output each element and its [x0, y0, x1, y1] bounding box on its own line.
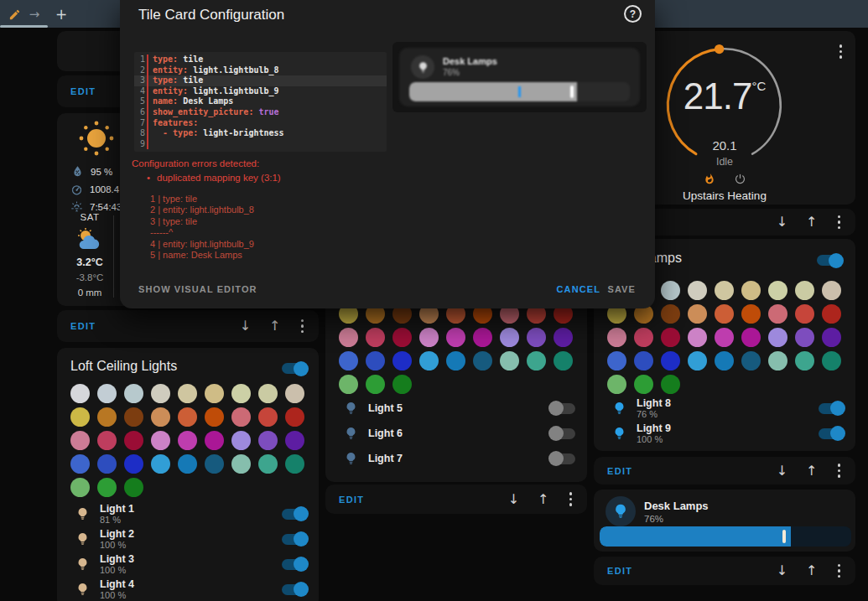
code-line[interactable]: 9	[134, 139, 387, 150]
color-swatch[interactable]	[258, 454, 278, 474]
code-line[interactable]: 3type: tile	[134, 75, 387, 86]
color-swatch[interactable]	[795, 351, 814, 370]
color-swatch[interactable]	[285, 407, 304, 427]
color-swatch[interactable]	[554, 328, 573, 347]
color-swatch[interactable]	[473, 328, 492, 347]
color-swatch[interactable]	[661, 351, 680, 370]
group-toggle[interactable]	[817, 255, 842, 266]
color-swatch[interactable]	[446, 351, 465, 370]
color-swatch[interactable]	[392, 328, 412, 347]
lightbulb-icon[interactable]	[344, 399, 358, 417]
more-options-button[interactable]	[838, 43, 845, 60]
move-down-button[interactable]: ↓	[777, 464, 787, 478]
color-swatch[interactable]	[231, 454, 251, 474]
color-swatch[interactable]	[231, 407, 251, 427]
color-swatch[interactable]	[768, 351, 787, 370]
lightbulb-icon[interactable]	[75, 580, 90, 598]
more-options-button[interactable]	[836, 562, 843, 580]
color-swatch[interactable]	[554, 351, 573, 370]
yaml-editor[interactable]: 1type: tile2entity: light.lightbulb_83ty…	[134, 52, 387, 152]
color-swatch[interactable]	[97, 407, 117, 427]
color-swatch[interactable]	[339, 351, 358, 370]
color-swatch[interactable]	[151, 454, 170, 474]
code-line[interactable]: 1type: tile	[134, 54, 387, 65]
color-swatch[interactable]	[634, 351, 653, 370]
move-down-button[interactable]: ↓	[240, 319, 251, 333]
color-swatch[interactable]	[124, 478, 143, 497]
light-toggle[interactable]	[550, 403, 575, 414]
save-button[interactable]: SAVE	[607, 284, 636, 294]
more-options-button[interactable]	[299, 318, 306, 335]
color-swatch[interactable]	[446, 328, 465, 347]
color-swatch[interactable]	[392, 375, 412, 394]
color-swatch[interactable]	[661, 328, 680, 347]
color-swatch[interactable]	[527, 328, 546, 347]
slider-handle[interactable]	[570, 85, 574, 98]
color-swatch[interactable]	[97, 478, 117, 497]
light-toggle[interactable]	[819, 428, 844, 439]
color-swatch[interactable]	[70, 431, 90, 450]
move-up-button[interactable]: ↑	[806, 464, 817, 478]
edit-button[interactable]: EDIT	[607, 566, 632, 576]
lightbulb-icon[interactable]	[612, 424, 626, 443]
code-line[interactable]: 8 - type: light-brightness	[134, 128, 387, 139]
color-swatch[interactable]	[366, 375, 385, 394]
code-line[interactable]: 5name: Desk Lamps	[134, 96, 387, 107]
move-up-button[interactable]: ↑	[538, 493, 548, 506]
color-swatch[interactable]	[634, 328, 653, 347]
color-swatch[interactable]	[688, 328, 707, 347]
light-toggle[interactable]	[282, 584, 307, 595]
heat-mode-icon[interactable]	[704, 172, 715, 186]
color-swatch[interactable]	[768, 281, 787, 300]
color-swatch[interactable]	[70, 384, 90, 403]
move-up-button[interactable]: ↑	[269, 319, 280, 333]
color-swatch[interactable]	[768, 304, 787, 324]
lightbulb-icon[interactable]	[612, 399, 626, 417]
color-swatch[interactable]	[178, 407, 197, 427]
light-toggle[interactable]	[282, 509, 307, 520]
color-swatch[interactable]	[419, 351, 439, 370]
color-swatch[interactable]	[715, 328, 734, 347]
color-swatch[interactable]	[688, 304, 707, 324]
color-swatch[interactable]	[500, 351, 519, 370]
target-temp-handle[interactable]	[715, 44, 724, 54]
light-icon-button[interactable]	[411, 55, 434, 79]
move-down-button[interactable]: ↓	[777, 215, 787, 229]
color-swatch[interactable]	[741, 281, 761, 300]
color-swatch[interactable]	[661, 375, 680, 394]
more-options-button[interactable]	[836, 214, 843, 231]
light-toggle[interactable]	[282, 559, 307, 570]
light-toggle[interactable]	[550, 453, 575, 464]
color-swatch[interactable]	[688, 351, 707, 370]
slider-handle[interactable]	[782, 530, 786, 543]
lightbulb-icon[interactable]	[344, 424, 358, 443]
light-toggle[interactable]	[550, 428, 575, 439]
brightness-slider[interactable]	[600, 526, 851, 547]
color-swatch[interactable]	[205, 454, 224, 474]
move-down-button[interactable]: ↓	[508, 493, 519, 506]
color-swatch[interactable]	[205, 407, 224, 427]
preview-brightness-slider[interactable]	[409, 82, 630, 101]
color-swatch[interactable]	[661, 304, 680, 324]
code-line[interactable]: 2entity: light.lightbulb_8	[134, 65, 387, 76]
edit-button[interactable]: EDIT	[339, 495, 364, 505]
more-options-button[interactable]	[568, 490, 574, 508]
code-line[interactable]: 4entity: light.lightbulb_9	[134, 86, 387, 97]
code-line[interactable]: 7features:	[134, 118, 387, 129]
color-swatch[interactable]	[97, 454, 117, 474]
color-swatch[interactable]	[70, 478, 90, 497]
color-swatch[interactable]	[124, 431, 143, 450]
color-swatch[interactable]	[151, 431, 170, 450]
color-swatch[interactable]	[285, 384, 304, 403]
show-visual-editor-button[interactable]: SHOW VISUAL EDITOR	[138, 284, 257, 294]
lightbulb-icon[interactable]	[75, 530, 90, 548]
color-swatch[interactable]	[419, 328, 439, 347]
color-swatch[interactable]	[366, 351, 385, 370]
lightbulb-icon[interactable]	[344, 449, 358, 468]
edit-button[interactable]: EDIT	[607, 466, 632, 476]
light-icon-button[interactable]	[606, 496, 636, 526]
color-swatch[interactable]	[768, 328, 787, 347]
edit-button[interactable]: EDIT	[70, 86, 96, 96]
color-swatch[interactable]	[822, 281, 841, 300]
preview-tile-card[interactable]: Desk Lamps 76%	[399, 48, 640, 106]
